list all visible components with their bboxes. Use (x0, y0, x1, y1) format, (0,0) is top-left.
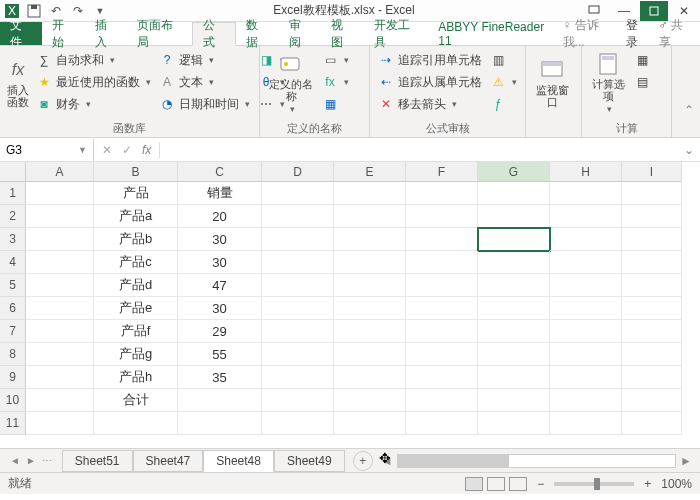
cell-I8[interactable] (622, 343, 682, 366)
cell-C9[interactable]: 35 (178, 366, 262, 389)
cell-H4[interactable] (550, 251, 622, 274)
cell-D4[interactable] (262, 251, 334, 274)
scroll-left-icon[interactable]: ◄ (381, 454, 393, 468)
horizontal-scrollbar[interactable] (397, 454, 677, 468)
sheet-nav-prev-icon[interactable]: ◄ (10, 455, 20, 466)
sheet-nav-more-icon[interactable]: ⋯ (42, 455, 52, 466)
cell-F3[interactable] (406, 228, 478, 251)
cell-I7[interactable] (622, 320, 682, 343)
cell-H1[interactable] (550, 182, 622, 205)
column-header-G[interactable]: G (478, 162, 550, 182)
cell-G8[interactable] (478, 343, 550, 366)
page-layout-view-icon[interactable] (487, 477, 505, 491)
cell-E2[interactable] (334, 205, 406, 228)
cell-B4[interactable]: 产品c (94, 251, 178, 274)
tab-layout[interactable]: 页面布局 (127, 22, 192, 45)
cell-D11[interactable] (262, 412, 334, 435)
cell-A9[interactable] (26, 366, 94, 389)
normal-view-icon[interactable] (465, 477, 483, 491)
row-header-4[interactable]: 4 (0, 251, 26, 274)
tab-view[interactable]: 视图 (321, 22, 363, 45)
cell-D1[interactable] (262, 182, 334, 205)
cell-F5[interactable] (406, 274, 478, 297)
cell-E11[interactable] (334, 412, 406, 435)
cell-G1[interactable] (478, 182, 550, 205)
cell-A8[interactable] (26, 343, 94, 366)
cell-H10[interactable] (550, 389, 622, 412)
cell-I10[interactable] (622, 389, 682, 412)
cell-C2[interactable]: 20 (178, 205, 262, 228)
create-from-selection-button[interactable]: ▦ (320, 94, 351, 114)
cell-H7[interactable] (550, 320, 622, 343)
column-header-D[interactable]: D (262, 162, 334, 182)
cell-H8[interactable] (550, 343, 622, 366)
cell-B11[interactable] (94, 412, 178, 435)
calc-now-button[interactable]: ▦ (632, 50, 652, 70)
column-header-C[interactable]: C (178, 162, 262, 182)
add-sheet-button[interactable]: + (353, 451, 373, 471)
recent-functions-button[interactable]: ★最近使用的函数▾ (34, 72, 153, 92)
sheet-nav-next-icon[interactable]: ► (26, 455, 36, 466)
cell-D2[interactable] (262, 205, 334, 228)
error-check-button[interactable]: ⚠▾ (488, 72, 519, 92)
row-header-3[interactable]: 3 (0, 228, 26, 251)
cell-E8[interactable] (334, 343, 406, 366)
calc-sheet-button[interactable]: ▤ (632, 72, 652, 92)
cell-H6[interactable] (550, 297, 622, 320)
row-header-6[interactable]: 6 (0, 297, 26, 320)
show-formulas-button[interactable]: ▥ (488, 50, 519, 70)
cell-B9[interactable]: 产品h (94, 366, 178, 389)
sheet-tab-Sheet48[interactable]: Sheet48 (203, 450, 274, 472)
row-header-7[interactable]: 7 (0, 320, 26, 343)
tab-developer[interactable]: 开发工具 (364, 22, 429, 45)
cell-B2[interactable]: 产品a (94, 205, 178, 228)
column-header-H[interactable]: H (550, 162, 622, 182)
cell-C11[interactable] (178, 412, 262, 435)
cell-F6[interactable] (406, 297, 478, 320)
financial-button[interactable]: ◙财务▾ (34, 94, 153, 114)
text-button[interactable]: A文本▾ (157, 72, 252, 92)
cell-D7[interactable] (262, 320, 334, 343)
cell-F8[interactable] (406, 343, 478, 366)
sheet-tab-Sheet49[interactable]: Sheet49 (274, 450, 345, 472)
ribbon-collapse-icon[interactable]: ⌃ (684, 103, 694, 117)
cell-D10[interactable] (262, 389, 334, 412)
cell-E6[interactable] (334, 297, 406, 320)
zoom-in-icon[interactable]: + (644, 477, 651, 491)
cell-A4[interactable] (26, 251, 94, 274)
cell-A3[interactable] (26, 228, 94, 251)
cell-G4[interactable] (478, 251, 550, 274)
trace-dependents-button[interactable]: ⇠追踪从属单元格 (376, 72, 484, 92)
cell-I3[interactable] (622, 228, 682, 251)
cell-C3[interactable]: 30 (178, 228, 262, 251)
cell-A11[interactable] (26, 412, 94, 435)
cell-C6[interactable]: 30 (178, 297, 262, 320)
cell-H11[interactable] (550, 412, 622, 435)
expand-formula-bar-icon[interactable]: ⌄ (678, 143, 700, 157)
cell-B6[interactable]: 产品e (94, 297, 178, 320)
row-header-1[interactable]: 1 (0, 182, 26, 205)
cell-G11[interactable] (478, 412, 550, 435)
cell-A1[interactable] (26, 182, 94, 205)
tab-home[interactable]: 开始 (42, 22, 84, 45)
cell-D8[interactable] (262, 343, 334, 366)
cell-E9[interactable] (334, 366, 406, 389)
cell-A5[interactable] (26, 274, 94, 297)
cell-D3[interactable] (262, 228, 334, 251)
cell-B5[interactable]: 产品d (94, 274, 178, 297)
cell-G3[interactable] (478, 228, 550, 251)
remove-arrows-button[interactable]: ✕移去箭头▾ (376, 94, 484, 114)
formula-input[interactable] (160, 138, 678, 161)
evaluate-formula-button[interactable]: ƒ (488, 94, 519, 114)
row-header-9[interactable]: 9 (0, 366, 26, 389)
cell-F9[interactable] (406, 366, 478, 389)
cell-B7[interactable]: 产品f (94, 320, 178, 343)
row-header-8[interactable]: 8 (0, 343, 26, 366)
cell-E4[interactable] (334, 251, 406, 274)
cell-F10[interactable] (406, 389, 478, 412)
column-header-E[interactable]: E (334, 162, 406, 182)
cell-A6[interactable] (26, 297, 94, 320)
cell-C10[interactable] (178, 389, 262, 412)
cell-I5[interactable] (622, 274, 682, 297)
cell-E7[interactable] (334, 320, 406, 343)
